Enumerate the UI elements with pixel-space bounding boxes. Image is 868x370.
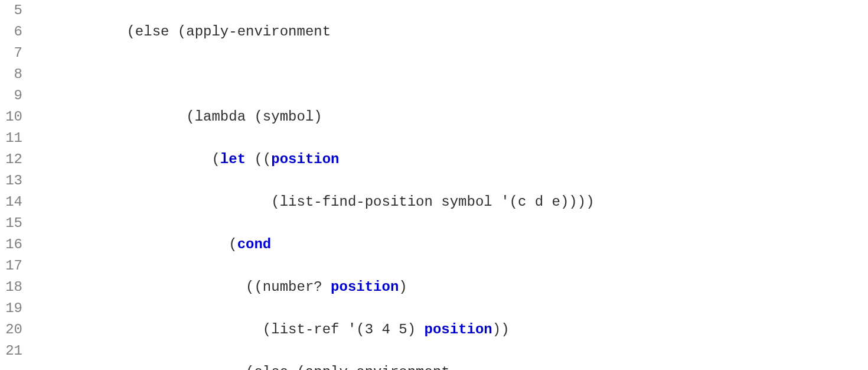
line-number: 14 (0, 192, 22, 213)
code-content: (else (apply-environment (lambda (symbol… (33, 0, 595, 370)
line-number: 20 (0, 319, 22, 340)
code-block: 5 6 7 8 9 10 11 12 13 14 15 16 17 18 19 … (0, 0, 868, 370)
line-number: 6 (0, 21, 22, 43)
code-text: (else (apply-environment (33, 364, 450, 370)
line-number: 15 (0, 213, 22, 234)
line-number: 5 (0, 0, 22, 21)
code-text: (( (246, 151, 271, 167)
code-line (33, 64, 595, 85)
line-number: 12 (0, 149, 22, 170)
line-number: 13 (0, 170, 22, 192)
identifier-position: position (331, 279, 399, 295)
code-text: ( (33, 236, 237, 252)
code-text: ((number? (33, 279, 331, 295)
code-text: (lambda (symbol) (33, 109, 322, 125)
line-number: 19 (0, 298, 22, 319)
code-text: (else (apply-environment (33, 24, 331, 40)
code-line: (let ((position (33, 149, 595, 170)
line-number: 10 (0, 106, 22, 128)
code-text: ( (33, 151, 220, 167)
code-line: ((number? position) (33, 277, 595, 298)
identifier-position: position (271, 151, 339, 167)
line-number: 9 (0, 85, 22, 106)
code-line: (lambda (symbol) (33, 106, 595, 128)
code-line: (list-find-position symbol '(c d e)))) (33, 192, 595, 213)
line-number: 21 (0, 340, 22, 362)
line-number-gutter: 5 6 7 8 9 10 11 12 13 14 15 16 17 18 19 … (0, 0, 33, 370)
keyword-let: let (220, 151, 246, 167)
code-text (33, 66, 41, 82)
code-text: ) (399, 279, 407, 295)
line-number: 17 (0, 255, 22, 277)
line-number: 16 (0, 234, 22, 255)
line-number: 7 (0, 43, 22, 64)
code-text: (list-ref '(3 4 5) (33, 322, 425, 337)
identifier-position: position (425, 322, 492, 337)
code-line: (cond (33, 234, 595, 255)
code-line: (list-ref '(3 4 5) position)) (33, 319, 595, 340)
code-line: (else (apply-environment (33, 21, 595, 43)
code-text: )) (492, 322, 510, 337)
line-number: 8 (0, 64, 22, 85)
line-number: 11 (0, 128, 22, 149)
line-number: 18 (0, 277, 22, 298)
code-text: (list-find-position symbol '(c d e)))) (33, 194, 595, 210)
code-line: (else (apply-environment (33, 362, 595, 370)
keyword-cond: cond (237, 236, 272, 252)
